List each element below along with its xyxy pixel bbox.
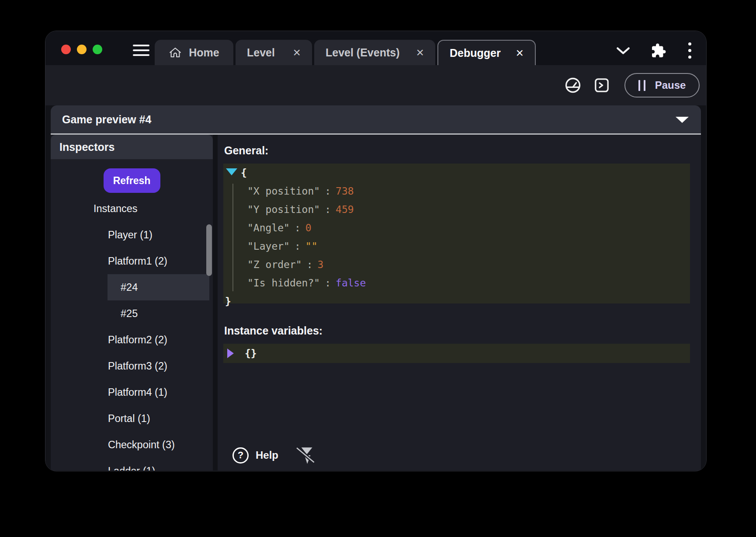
refresh-button[interactable]: Refresh <box>104 168 160 193</box>
help-button[interactable]: ? Help <box>231 446 280 465</box>
chevron-down-icon[interactable] <box>616 46 631 56</box>
tab-debugger[interactable]: Debugger × <box>437 40 536 65</box>
tree-item-portal[interactable]: Portal (1) <box>51 405 213 432</box>
instance-variables-json-view: {} <box>223 344 690 363</box>
instances-tree: Instances Player (1) Platform1 (2) #24 #… <box>51 195 213 471</box>
tree-item-instance-25[interactable]: #25 <box>51 300 213 327</box>
close-window-button[interactable] <box>61 45 71 54</box>
pause-button[interactable]: Pause <box>624 73 700 98</box>
tab-home[interactable]: Home <box>155 40 233 65</box>
tree-item-instances[interactable]: Instances <box>51 195 213 222</box>
tab-label: Home <box>189 46 219 59</box>
collapse-caret-icon[interactable] <box>226 168 237 175</box>
tree-item-platform3[interactable]: Platform3 (2) <box>51 353 213 379</box>
property-y-position: "Y position" : 459 <box>223 200 690 219</box>
extensions-puzzle-icon[interactable] <box>651 43 666 59</box>
tree-item-platform2[interactable]: Platform2 (2) <box>51 327 213 353</box>
traffic-lights <box>61 45 102 54</box>
sidebar-scrollbar-thumb[interactable] <box>206 224 212 276</box>
zoom-window-button[interactable] <box>93 45 102 54</box>
tab-label: Debugger <box>450 47 501 59</box>
pause-icon <box>638 80 645 91</box>
expand-caret-icon[interactable] <box>227 349 234 358</box>
tree-item-platform1[interactable]: Platform1 (2) <box>51 248 213 274</box>
general-section-label: General: <box>224 144 690 157</box>
tab-label: Level (Events) <box>326 46 400 59</box>
tab-label: Level <box>247 46 275 59</box>
tab-strip-actions <box>616 42 693 59</box>
game-preview-title: Game preview #4 <box>51 113 151 126</box>
pause-button-label: Pause <box>655 79 686 91</box>
inspectors-header: Inspectors <box>51 135 213 159</box>
inspectors-sidebar: Inspectors Refresh Instances Player (1) … <box>51 135 213 471</box>
close-icon[interactable]: × <box>516 46 524 59</box>
more-options-kebab-icon[interactable] <box>687 42 693 59</box>
inspector-detail-panel: General: { "X position" : 738 "Y positio… <box>218 135 701 471</box>
help-button-label: Help <box>256 449 278 461</box>
flag-off-icon[interactable] <box>295 444 317 466</box>
minimize-window-button[interactable] <box>77 45 87 54</box>
profiler-gauge-icon[interactable] <box>564 77 582 94</box>
menu-hamburger-icon[interactable] <box>133 45 149 56</box>
game-preview-header[interactable]: Game preview #4 <box>51 105 701 135</box>
bottom-actions: ? Help <box>231 444 317 466</box>
dropdown-caret-icon[interactable] <box>676 117 689 123</box>
instance-variables-label: Instance variables: <box>224 324 690 337</box>
console-icon[interactable] <box>593 77 610 94</box>
debugger-content: Inspectors Refresh Instances Player (1) … <box>45 135 706 471</box>
question-mark-icon: ? <box>232 447 249 464</box>
app-window: Home Level × Level (Events) × Debugger × <box>45 31 707 471</box>
home-icon <box>169 46 182 59</box>
close-icon[interactable]: × <box>416 46 424 59</box>
close-icon[interactable]: × <box>293 46 301 59</box>
tree-item-checkpoint[interactable]: Checkpoint (3) <box>51 432 213 458</box>
tree-item-player[interactable]: Player (1) <box>51 222 213 248</box>
tab-level-events[interactable]: Level (Events) × <box>314 40 435 65</box>
property-z-order: "Z order" : 3 <box>223 255 690 274</box>
debugger-toolbar: Pause <box>45 65 706 105</box>
tree-item-ladder[interactable]: Ladder (1) <box>51 458 213 471</box>
indent-guide <box>232 184 233 291</box>
inspectors-title: Inspectors <box>51 141 114 153</box>
tab-bar: Home Level × Level (Events) × Debugger × <box>155 40 536 65</box>
tab-level[interactable]: Level × <box>236 40 312 65</box>
property-angle: "Angle" : 0 <box>223 219 690 237</box>
tree-item-platform4[interactable]: Platform4 (1) <box>51 379 213 405</box>
property-layer: "Layer" : "" <box>223 237 690 255</box>
tree-item-instance-24[interactable]: #24 <box>51 274 213 300</box>
general-json-view: { "X position" : 738 "Y position" : 459 … <box>223 164 690 303</box>
property-x-position: "X position" : 738 <box>223 182 690 200</box>
tab-strip: Home Level × Level (Events) × Debugger × <box>45 31 706 65</box>
property-is-hidden: "Is hidden?" : false <box>223 274 690 292</box>
